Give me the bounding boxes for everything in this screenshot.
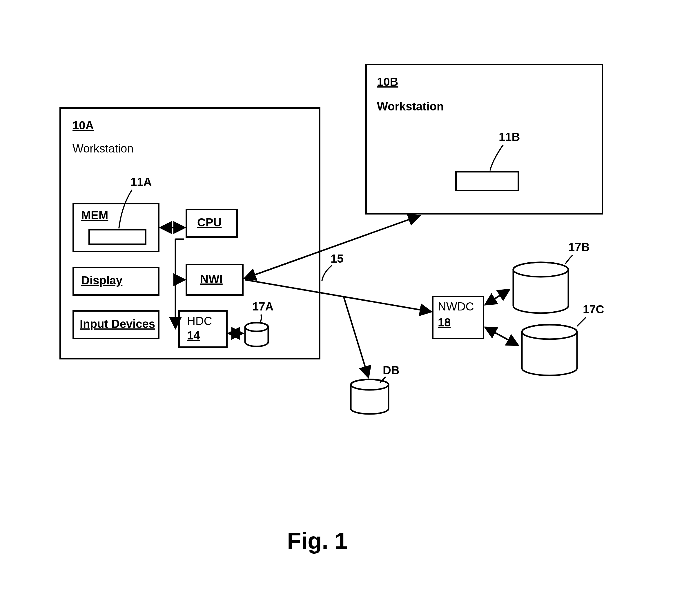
svg-line-22 bbox=[486, 328, 517, 345]
mem-label: MEM bbox=[81, 209, 108, 222]
db-label: DB bbox=[383, 364, 400, 377]
cpu-label: CPU bbox=[197, 216, 222, 229]
workstation-b-ref: 10B bbox=[377, 75, 398, 88]
disk-c-callout: 17C bbox=[583, 303, 604, 316]
workstation-a-ref: 10A bbox=[72, 119, 94, 132]
mem-callout-11a: 11A bbox=[131, 176, 152, 189]
workstation-b-name: Workstation bbox=[377, 100, 444, 113]
disk-a-callout: 17A bbox=[252, 300, 273, 313]
display-label: Display bbox=[81, 274, 123, 287]
workstation-a-name: Workstation bbox=[72, 142, 134, 155]
db-icon bbox=[348, 378, 392, 416]
nwi-label: NWI bbox=[200, 273, 223, 286]
workstation-b-box bbox=[365, 64, 603, 215]
mem-callout-11b: 11B bbox=[499, 130, 520, 143]
disk-b-icon bbox=[510, 261, 571, 316]
hdc-ref: 14 bbox=[187, 329, 200, 342]
hdc-label: HDC bbox=[187, 315, 212, 328]
disk-b-callout: 17B bbox=[568, 241, 590, 254]
network-ref-15: 15 bbox=[330, 252, 344, 265]
nwdc-ref: 18 bbox=[438, 316, 451, 329]
input-devices-label: Input Devices bbox=[80, 317, 155, 330]
mem-inner-block bbox=[88, 229, 147, 245]
disk-a-icon bbox=[244, 322, 270, 348]
figure-title: Fig. 1 bbox=[287, 528, 348, 554]
workstation-b-inner-block bbox=[455, 171, 519, 191]
svg-line-18 bbox=[344, 297, 368, 377]
svg-line-21 bbox=[486, 328, 517, 345]
nwdc-label: NWDC bbox=[438, 300, 474, 313]
diagram-canvas: 10A Workstation MEM 11A CPU NWI Display … bbox=[0, 0, 673, 616]
svg-line-20 bbox=[486, 290, 509, 304]
disk-c-icon bbox=[519, 323, 580, 378]
svg-line-19 bbox=[486, 290, 509, 304]
